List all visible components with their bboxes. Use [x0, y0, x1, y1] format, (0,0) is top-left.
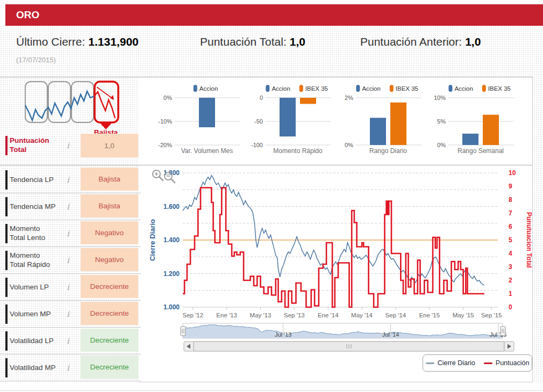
- scrollbar-left-button[interactable]: [184, 342, 194, 351]
- header-bar: ORO: [5, 4, 543, 26]
- bar-Accion: [199, 98, 215, 127]
- last-close-label: Último Cierre:: [16, 35, 85, 48]
- right-tick-label: 0: [509, 303, 512, 311]
- page-bottom-line: [0, 390, 543, 391]
- indicator-table: Tendencia LP i Bajista Tendencia MP i Ba…: [0, 166, 141, 381]
- trend-thumbnail-3[interactable]: [72, 82, 94, 122]
- bar-IBEX 35: [300, 98, 316, 104]
- x-tick-label: Sep '15: [481, 312, 502, 318]
- mini-chart-rango-semanal: AccionIBEX 3510%5%0%Rango Semanal: [426, 78, 516, 160]
- navigator-label: Jul '14: [382, 331, 399, 338]
- indicator-value: Decreciente: [81, 355, 138, 379]
- info-icon[interactable]: i: [67, 256, 69, 265]
- navigator-right-handle[interactable]: [501, 326, 505, 336]
- y-tick-label: 5%: [437, 118, 446, 125]
- x-tick-label: Ene '13: [216, 312, 237, 318]
- indicator-row-tendencia-lp: Tendencia LP i Bajista: [0, 166, 141, 193]
- row-accent-bar: [5, 170, 8, 190]
- trend-selector: Bajista: [20, 79, 123, 135]
- legend-label: IBEX 35: [488, 85, 511, 92]
- trend-thumbnail-1[interactable]: [25, 82, 47, 122]
- navigator-label: Jul '13: [275, 331, 291, 338]
- legend-marker-icon[interactable]: [266, 85, 269, 92]
- legend-label: IBEX 35: [305, 85, 328, 92]
- y-tick-label: -100: [251, 142, 263, 148]
- info-icon[interactable]: i: [67, 363, 69, 373]
- mini-chart-title: Rango Diario: [369, 147, 407, 155]
- indicator-value: Decreciente: [81, 329, 138, 352]
- x-tick-label: Ene '15: [419, 312, 440, 318]
- mini-chart-title: Var. Volumen Mes: [181, 147, 233, 155]
- right-tick-label: 7: [509, 209, 512, 217]
- x-tick-label: Ene '14: [318, 312, 339, 318]
- legend-label: Accion: [362, 85, 381, 92]
- page-title: ORO: [16, 9, 39, 20]
- legend-marker-icon[interactable]: [482, 85, 486, 92]
- legend-marker-icon[interactable]: [448, 85, 452, 92]
- left-axis-title: Cierre Diario: [148, 219, 156, 261]
- x-tick-label: May '13: [250, 312, 272, 318]
- indicator-label: Tendencia LP: [10, 175, 57, 185]
- y-tick-label: 10%: [434, 95, 446, 101]
- indicator-value: Bajista: [81, 168, 138, 191]
- row-accent-bar: [5, 251, 8, 270]
- info-icon[interactable]: i: [67, 229, 69, 238]
- indicator-row-volatilidad-lp: Volatilidad LP i Decreciente: [0, 328, 141, 354]
- y-tick-label: -20%: [158, 142, 172, 148]
- uptrend-sparkline: [25, 91, 94, 120]
- x-tick-label: Sep '14: [385, 312, 406, 318]
- x-tick-label: May '15: [453, 312, 474, 318]
- mini-chart-momento-rapido: AccionIBEX 350-50-100Momento Rápido: [243, 78, 333, 160]
- divider-top: [0, 77, 533, 77]
- legend-marker-icon[interactable]: [356, 85, 360, 92]
- indicator-row-tendencia-mp: Tendencia MP i Bajista: [0, 193, 141, 220]
- navigator-left-handle[interactable]: [181, 326, 185, 336]
- legend-item-puntuacion[interactable]: Puntuación: [484, 359, 530, 367]
- right-tick-label: 3: [509, 263, 512, 271]
- indicator-value: Decreciente: [81, 275, 138, 298]
- x-tick-label: May '14: [351, 312, 373, 318]
- total-score-value: 1,0: [290, 35, 305, 48]
- indicator-label: Momento Total Lento: [10, 224, 57, 243]
- info-icon[interactable]: i: [67, 141, 69, 150]
- y-tick-label: -50: [254, 118, 263, 125]
- y-tick-label: 0%: [345, 142, 353, 148]
- border-bottom-panel: [139, 382, 533, 382]
- right-tick-label: 2: [509, 277, 512, 284]
- x-tick-label: Sep '13: [284, 312, 305, 318]
- indicator-value: Bajista: [81, 194, 138, 217]
- info-icon[interactable]: i: [67, 175, 69, 185]
- right-tick-label: 6: [509, 223, 512, 230]
- main-chart: Sep '12Ene '13May '13Sep '13Ene '14May '…: [139, 165, 533, 323]
- info-icon[interactable]: i: [67, 202, 69, 212]
- info-icon[interactable]: i: [67, 282, 69, 292]
- previous-score-label: Puntuación Anterior:: [360, 35, 462, 48]
- indicator-label: Tendencia MP: [10, 202, 57, 212]
- info-icon[interactable]: i: [67, 336, 69, 346]
- bar-Accion: [280, 98, 296, 136]
- indicator-value: Decreciente: [81, 302, 138, 325]
- main-chart-generated: Sep '12Ene '13May '13Sep '13Ene '14May '…: [148, 169, 533, 318]
- legend-label: IBEX 35: [396, 85, 418, 92]
- scrollbar-right-button[interactable]: [504, 342, 514, 351]
- legend-marker-icon[interactable]: [194, 85, 197, 92]
- y-tick-label: 0%: [437, 142, 446, 148]
- legend-marker-icon[interactable]: [299, 85, 303, 92]
- mini-chart-title: Momento Rápido: [273, 147, 323, 155]
- last-close-value: 1.131,900: [88, 35, 138, 48]
- navigator: Jul '13Jul '14Jul '15: [139, 320, 533, 354]
- legend-marker-icon[interactable]: [390, 85, 394, 92]
- left-tick-label: 1.400: [163, 236, 180, 244]
- info-icon[interactable]: i: [67, 309, 69, 319]
- row-accent-bar: [5, 331, 8, 351]
- indicator-row-momento-total-rapido: Momento Total Rápido i Negativo: [0, 247, 141, 274]
- downtrend-sparkline: [94, 92, 115, 118]
- indicator-label: Puntuación Total: [10, 136, 57, 155]
- total-score-label: Puntuación Total:: [200, 35, 287, 48]
- indicator-label: Volatilidad LP: [10, 336, 57, 346]
- zoom-in-icon[interactable]: [153, 170, 163, 180]
- score-step-series: [183, 188, 484, 308]
- mini-chart-var-volumen-mes: Accion0%-10%-20%Var. Volumen Mes: [152, 78, 242, 160]
- legend-item-cierre-diario[interactable]: Cierre Diario: [426, 359, 475, 367]
- legend-label: Accion: [199, 85, 218, 92]
